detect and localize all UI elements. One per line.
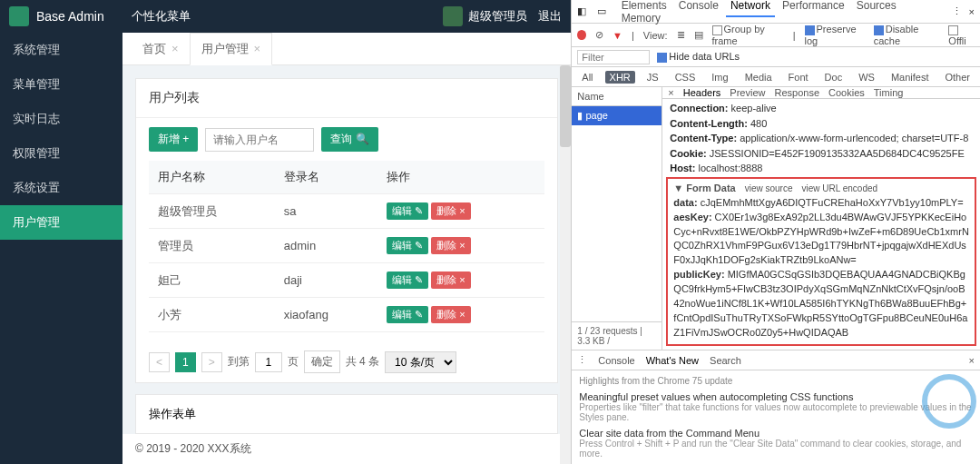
form-data-row: data: cJqEMmhMttXgyA6DIQTFuCREhaHoXxY7Vb… xyxy=(673,196,969,211)
scrollbar[interactable] xyxy=(560,65,571,464)
dt-tab-sources[interactable]: Sources xyxy=(852,0,901,15)
detail-preview[interactable]: Preview xyxy=(730,87,765,98)
delete-button[interactable]: 删除 × xyxy=(431,202,470,220)
detail-headers[interactable]: Headers xyxy=(683,87,721,98)
network-filter-input[interactable] xyxy=(577,50,650,64)
view-list-icon[interactable]: ≣ xyxy=(677,29,685,41)
view-source-link[interactable]: view source xyxy=(745,183,793,193)
devtools-inspect-icon[interactable]: ▭ xyxy=(597,5,610,18)
type-xhr[interactable]: XHR xyxy=(605,71,635,84)
tab-user[interactable]: 用户管理× xyxy=(190,33,273,65)
dt-tab-network[interactable]: Network xyxy=(726,0,775,17)
header-row: Host: localhost:8888 xyxy=(670,161,973,173)
detail-cookies[interactable]: Cookies xyxy=(828,87,865,98)
drawer-close-icon[interactable]: × xyxy=(969,355,975,366)
sidebar-item-system[interactable]: 系统管理 xyxy=(0,33,122,67)
detail-response[interactable]: Response xyxy=(774,87,819,98)
devtools-dock-icon[interactable]: ◧ xyxy=(577,5,590,18)
delete-button[interactable]: 删除 × xyxy=(431,271,470,289)
table-row: 妲己daji编辑 ✎ 删除 × xyxy=(149,263,544,298)
form-data-section[interactable]: Form Data xyxy=(686,183,735,193)
edit-button[interactable]: 编辑 ✎ xyxy=(387,202,428,220)
type-all[interactable]: All xyxy=(577,71,597,84)
pager-size-select[interactable]: 10 条/页 xyxy=(385,351,456,373)
close-icon[interactable]: × xyxy=(254,42,261,55)
search-icon: 🔍 xyxy=(356,133,369,145)
clear-icon[interactable]: ⊘ xyxy=(595,29,603,41)
table-row: 超级管理员sa编辑 ✎ 删除 × xyxy=(149,194,544,229)
type-media[interactable]: Media xyxy=(740,71,777,84)
offline-checkbox[interactable] xyxy=(948,25,958,35)
card-title: 用户列表 xyxy=(136,79,557,118)
table-row: 小芳xiaofang编辑 ✎ 删除 × xyxy=(149,298,544,332)
sidebar-item-user[interactable]: 用户管理 xyxy=(0,205,122,240)
plus-icon: + xyxy=(182,133,189,145)
edit-button[interactable]: 编辑 ✎ xyxy=(387,237,428,254)
type-manifest[interactable]: Manifest xyxy=(887,71,934,84)
dt-tab-performance[interactable]: Performance xyxy=(778,0,849,15)
delete-button[interactable]: 删除 × xyxy=(431,306,470,323)
filter-icon[interactable]: ▼ xyxy=(612,30,622,41)
ops-card-title: 操作表单 xyxy=(135,394,558,434)
drawer-tab-search[interactable]: Search xyxy=(710,355,741,366)
table-row: 管理员admin编辑 ✎ 删除 × xyxy=(149,229,544,263)
preserve-checkbox[interactable] xyxy=(805,25,815,35)
type-js[interactable]: JS xyxy=(642,71,663,84)
detail-timing[interactable]: Timing xyxy=(874,87,904,98)
dt-tab-console[interactable]: Console xyxy=(674,0,723,15)
search-button[interactable]: 查询 🔍 xyxy=(321,127,377,152)
type-doc[interactable]: Doc xyxy=(820,71,848,84)
header-row: Connection: keep-alive xyxy=(670,101,973,116)
top-menu-personal[interactable]: 个性化菜单 xyxy=(132,8,191,25)
username-input[interactable] xyxy=(205,128,314,152)
user-role[interactable]: 超级管理员 xyxy=(468,8,527,25)
view-large-icon[interactable]: ▤ xyxy=(694,29,703,41)
hide-urls-checkbox[interactable] xyxy=(657,53,667,63)
brand: Base Admin xyxy=(36,9,104,24)
view-url-encoded-link[interactable]: view URL encoded xyxy=(802,183,878,193)
edit-button[interactable]: 编辑 ✎ xyxy=(387,271,428,289)
logout-link[interactable]: 退出 xyxy=(538,8,562,25)
drawer-tab-console[interactable]: Console xyxy=(598,355,634,366)
user-avatar[interactable] xyxy=(443,6,463,26)
drawer-more-icon[interactable]: ⋮ xyxy=(577,354,587,366)
sidebar-item-log[interactable]: 实时日志 xyxy=(0,102,122,136)
app-logo xyxy=(9,6,29,26)
add-button[interactable]: 新增 + xyxy=(149,127,198,152)
type-other[interactable]: Other xyxy=(940,71,975,84)
close-icon[interactable]: × xyxy=(172,42,179,55)
network-request-row[interactable]: ▮ page xyxy=(572,106,662,125)
delete-button[interactable]: 删除 × xyxy=(431,237,470,254)
devtools-close-icon[interactable]: × xyxy=(969,6,975,17)
footer-copyright: © 2019 - 2020 XXX系统 xyxy=(122,434,571,464)
pager-prev[interactable]: < xyxy=(149,352,170,372)
sidebar-item-menu[interactable]: 菜单管理 xyxy=(0,67,122,102)
pager-goto-input[interactable] xyxy=(255,352,282,372)
type-ws[interactable]: WS xyxy=(854,71,879,84)
detail-close[interactable]: × xyxy=(668,87,673,98)
edit-button[interactable]: 编辑 ✎ xyxy=(387,306,428,323)
record-icon[interactable] xyxy=(577,30,586,40)
col-login: 登录名 xyxy=(275,161,377,194)
header-row: Cookie: JSESSIONID=E452F1909135332AA5D68… xyxy=(670,146,973,162)
type-img[interactable]: Img xyxy=(707,71,732,84)
sidebar-item-perm[interactable]: 权限管理 xyxy=(0,136,122,171)
drawer-tab-whatsnew[interactable]: What's New xyxy=(646,355,699,366)
pager-page-1[interactable]: 1 xyxy=(175,352,196,372)
devtools-more-icon[interactable]: ⋮ xyxy=(952,5,962,17)
header-row: Content-Type: application/x-www-form-url… xyxy=(670,131,973,146)
chrome-logo xyxy=(922,374,976,429)
disable-cache-checkbox[interactable] xyxy=(874,25,884,35)
pager-ok[interactable]: 确定 xyxy=(304,350,340,373)
pager-next[interactable]: > xyxy=(201,352,222,372)
group-checkbox[interactable] xyxy=(712,25,722,35)
type-css[interactable]: CSS xyxy=(671,71,701,84)
col-name: 用户名称 xyxy=(149,161,275,194)
tab-home[interactable]: 首页× xyxy=(132,34,190,64)
type-font[interactable]: Font xyxy=(784,71,813,84)
form-data-row: publicKey: MIGfMA0GCSqGSIb3DQEBAQUAA4GNA… xyxy=(673,268,969,341)
network-name-col: Name xyxy=(572,87,662,106)
col-ops: 操作 xyxy=(377,161,545,194)
form-data-row: aesKey: CX0Er1w3g8ExA92p2LL3du4BWAwGVJF5… xyxy=(673,211,969,269)
sidebar-item-settings[interactable]: 系统设置 xyxy=(0,171,122,205)
